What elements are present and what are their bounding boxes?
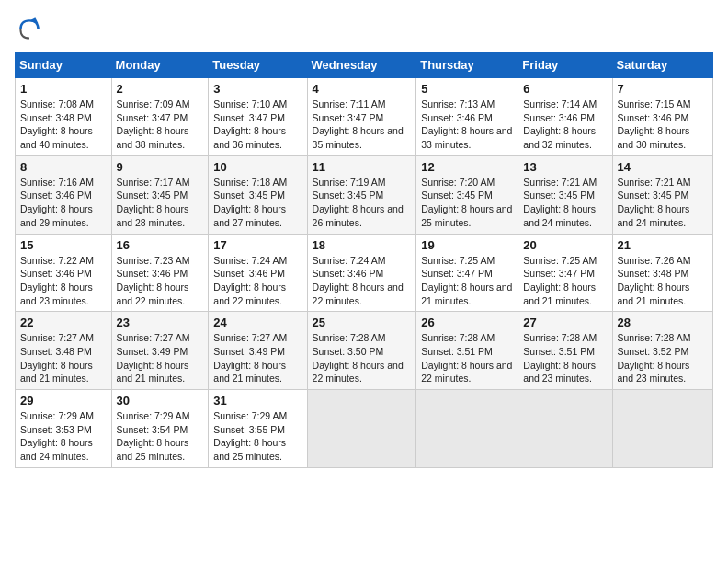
day-info: Sunrise: 7:14 AM Sunset: 3:46 PM Dayligh… [523,98,607,152]
day-info: Sunrise: 7:10 AM Sunset: 3:47 PM Dayligh… [213,98,301,152]
day-number: 9 [117,160,204,174]
calendar-cell: 10 Sunrise: 7:18 AM Sunset: 3:45 PM Dayl… [209,155,307,234]
day-info: Sunrise: 7:27 AM Sunset: 3:49 PM Dayligh… [213,331,301,385]
day-number: 10 [213,160,301,174]
calendar-cell [612,390,712,468]
week-row-5: 29 Sunrise: 7:29 AM Sunset: 3:53 PM Dayl… [16,390,713,468]
day-number: 31 [213,394,301,408]
day-info: Sunrise: 7:27 AM Sunset: 3:48 PM Dayligh… [20,331,107,385]
day-number: 22 [20,316,107,329]
calendar-cell: 6 Sunrise: 7:14 AM Sunset: 3:46 PM Dayli… [518,78,612,156]
calendar-cell: 30 Sunrise: 7:29 AM Sunset: 3:54 PM Dayl… [111,390,209,468]
day-info: Sunrise: 7:24 AM Sunset: 3:46 PM Dayligh… [213,254,301,308]
calendar-cell: 8 Sunrise: 7:16 AM Sunset: 3:46 PM Dayli… [16,155,112,234]
day-number: 13 [523,160,607,174]
day-info: Sunrise: 7:20 AM Sunset: 3:45 PM Dayligh… [421,176,513,230]
day-number: 18 [313,238,412,252]
calendar-cell: 18 Sunrise: 7:24 AM Sunset: 3:46 PM Dayl… [307,234,416,312]
day-number: 27 [523,316,607,329]
day-number: 8 [20,160,107,174]
calendar-cell: 14 Sunrise: 7:21 AM Sunset: 3:45 PM Dayl… [612,155,712,234]
day-number: 25 [313,316,412,329]
day-info: Sunrise: 7:28 AM Sunset: 3:52 PM Dayligh… [618,331,708,385]
calendar-cell: 20 Sunrise: 7:25 AM Sunset: 3:47 PM Dayl… [518,234,612,312]
header-friday: Friday [518,52,612,78]
calendar-cell: 27 Sunrise: 7:28 AM Sunset: 3:51 PM Dayl… [518,312,612,390]
day-info: Sunrise: 7:26 AM Sunset: 3:48 PM Dayligh… [618,254,708,308]
week-row-3: 15 Sunrise: 7:22 AM Sunset: 3:46 PM Dayl… [16,234,713,312]
calendar-cell [416,390,518,468]
header-saturday: Saturday [612,52,712,78]
day-info: Sunrise: 7:28 AM Sunset: 3:50 PM Dayligh… [313,331,412,385]
day-info: Sunrise: 7:29 AM Sunset: 3:54 PM Dayligh… [117,409,204,464]
calendar-cell: 5 Sunrise: 7:13 AM Sunset: 3:46 PM Dayli… [416,78,518,156]
day-info: Sunrise: 7:22 AM Sunset: 3:46 PM Dayligh… [20,254,107,308]
calendar-cell: 1 Sunrise: 7:08 AM Sunset: 3:48 PM Dayli… [16,78,112,156]
calendar-cell: 22 Sunrise: 7:27 AM Sunset: 3:48 PM Dayl… [16,312,112,390]
logo-icon [15,15,44,44]
day-info: Sunrise: 7:11 AM Sunset: 3:47 PM Dayligh… [313,98,412,152]
header-thursday: Thursday [416,52,518,78]
day-number: 26 [421,316,513,329]
day-info: Sunrise: 7:13 AM Sunset: 3:46 PM Dayligh… [421,98,513,152]
day-number: 28 [618,316,708,329]
page-header [15,15,713,44]
day-info: Sunrise: 7:15 AM Sunset: 3:46 PM Dayligh… [618,98,708,152]
header-sunday: Sunday [16,52,112,78]
day-info: Sunrise: 7:25 AM Sunset: 3:47 PM Dayligh… [421,254,513,308]
calendar-cell: 25 Sunrise: 7:28 AM Sunset: 3:50 PM Dayl… [307,312,416,390]
calendar-cell: 13 Sunrise: 7:21 AM Sunset: 3:45 PM Dayl… [518,155,612,234]
calendar-table: SundayMondayTuesdayWednesdayThursdayFrid… [15,52,713,468]
day-number: 23 [117,316,204,329]
calendar-cell: 11 Sunrise: 7:19 AM Sunset: 3:45 PM Dayl… [307,155,416,234]
day-info: Sunrise: 7:09 AM Sunset: 3:47 PM Dayligh… [117,98,204,152]
day-number: 6 [523,82,607,96]
calendar-cell: 24 Sunrise: 7:27 AM Sunset: 3:49 PM Dayl… [209,312,307,390]
day-info: Sunrise: 7:23 AM Sunset: 3:46 PM Dayligh… [117,254,204,308]
day-number: 19 [421,238,513,252]
day-info: Sunrise: 7:24 AM Sunset: 3:46 PM Dayligh… [313,254,412,308]
calendar-cell [518,390,612,468]
calendar-cell [307,390,416,468]
day-number: 24 [213,316,301,329]
header-row: SundayMondayTuesdayWednesdayThursdayFrid… [16,52,713,78]
day-number: 30 [117,394,204,408]
day-info: Sunrise: 7:28 AM Sunset: 3:51 PM Dayligh… [523,331,607,385]
day-number: 12 [421,160,513,174]
day-number: 29 [20,394,107,408]
header-monday: Monday [111,52,209,78]
week-row-1: 1 Sunrise: 7:08 AM Sunset: 3:48 PM Dayli… [16,78,713,156]
week-row-4: 22 Sunrise: 7:27 AM Sunset: 3:48 PM Dayl… [16,312,713,390]
calendar-cell: 29 Sunrise: 7:29 AM Sunset: 3:53 PM Dayl… [16,390,112,468]
logo [15,15,48,44]
header-wednesday: Wednesday [307,52,416,78]
calendar-cell: 4 Sunrise: 7:11 AM Sunset: 3:47 PM Dayli… [307,78,416,156]
day-number: 2 [117,82,204,96]
day-info: Sunrise: 7:25 AM Sunset: 3:47 PM Dayligh… [523,254,607,308]
header-tuesday: Tuesday [209,52,307,78]
calendar-cell: 3 Sunrise: 7:10 AM Sunset: 3:47 PM Dayli… [209,78,307,156]
day-number: 4 [313,82,412,96]
calendar-cell: 16 Sunrise: 7:23 AM Sunset: 3:46 PM Dayl… [111,234,209,312]
calendar-cell: 7 Sunrise: 7:15 AM Sunset: 3:46 PM Dayli… [612,78,712,156]
week-row-2: 8 Sunrise: 7:16 AM Sunset: 3:46 PM Dayli… [16,155,713,234]
day-info: Sunrise: 7:16 AM Sunset: 3:46 PM Dayligh… [20,176,107,230]
day-number: 21 [618,238,708,252]
calendar-cell: 28 Sunrise: 7:28 AM Sunset: 3:52 PM Dayl… [612,312,712,390]
calendar-cell: 12 Sunrise: 7:20 AM Sunset: 3:45 PM Dayl… [416,155,518,234]
calendar-cell: 31 Sunrise: 7:29 AM Sunset: 3:55 PM Dayl… [209,390,307,468]
day-number: 5 [421,82,513,96]
calendar-cell: 26 Sunrise: 7:28 AM Sunset: 3:51 PM Dayl… [416,312,518,390]
day-number: 3 [213,82,301,96]
calendar-cell: 17 Sunrise: 7:24 AM Sunset: 3:46 PM Dayl… [209,234,307,312]
day-number: 7 [618,82,708,96]
day-number: 14 [618,160,708,174]
day-info: Sunrise: 7:08 AM Sunset: 3:48 PM Dayligh… [20,98,107,152]
day-number: 16 [117,238,204,252]
calendar-cell: 21 Sunrise: 7:26 AM Sunset: 3:48 PM Dayl… [612,234,712,312]
calendar-cell: 23 Sunrise: 7:27 AM Sunset: 3:49 PM Dayl… [111,312,209,390]
day-number: 1 [20,82,107,96]
day-info: Sunrise: 7:17 AM Sunset: 3:45 PM Dayligh… [117,176,204,230]
day-info: Sunrise: 7:18 AM Sunset: 3:45 PM Dayligh… [213,176,301,230]
day-info: Sunrise: 7:29 AM Sunset: 3:55 PM Dayligh… [213,409,301,464]
